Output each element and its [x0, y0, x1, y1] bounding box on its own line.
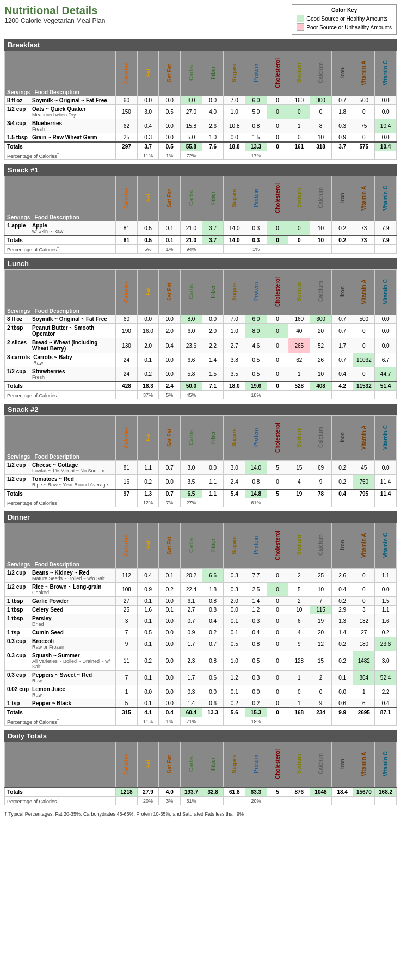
- dt-col-header-vitamina: Vitamin A: [353, 742, 375, 788]
- page-subtitle: 1200 Calorie Vegetarian Meal Plan: [4, 17, 105, 24]
- table-row: 1/2 cupTomatoes ~ RedRipe ~ Raw ~ Year R…: [5, 475, 397, 490]
- col-header-protein: Protein: [245, 176, 267, 221]
- value-cell-fat: 0.1: [137, 597, 159, 606]
- food-cell: 1/2 cupOats ~ Quick QuakerMeasured when …: [5, 105, 116, 119]
- value-cell-cal: 7: [116, 628, 138, 637]
- value-cell-calcium: 8: [310, 119, 332, 133]
- total-cell-fat: 4.1: [137, 708, 159, 717]
- footnote: † Typical Percentages: Fat 20-35%, Carbo…: [4, 809, 397, 817]
- value-cell-vitc: 0.0: [375, 583, 397, 597]
- col-header-calcium: Calcium: [310, 416, 332, 461]
- value-cell-iron: 2.9: [331, 606, 353, 614]
- value-cell-iron: 0.1: [331, 671, 353, 685]
- col-header-sodium: Sodium: [288, 270, 310, 315]
- value-cell-protein: 0.2: [245, 699, 267, 708]
- total-cell-carbs: 55.8: [181, 142, 202, 151]
- value-cell-vita: 180: [353, 637, 375, 651]
- table-row: 1/2 cupCheese ~ CottageLowfat ~ 1% Milkf…: [5, 461, 397, 475]
- pct-protein: 61%: [245, 498, 267, 507]
- value-cell-sodium: 5: [288, 583, 310, 597]
- value-cell-sodium: 4: [288, 628, 310, 637]
- value-cell-satfat: 0.2: [159, 583, 181, 597]
- daily-totals-header: Daily Totals: [4, 730, 397, 742]
- col-header-iron: Iron: [331, 270, 353, 315]
- daily-totals-section: Daily TotalsCaloriesFatSat FatCarbsFiber…: [4, 730, 397, 805]
- color-key-poor: Poor Source or Unhealthy Amounts: [297, 23, 392, 31]
- value-cell-carbs: 15.8: [181, 119, 202, 133]
- total-cell-chol: 0: [267, 236, 288, 245]
- col-label-vitamina: Vitamin A: [360, 270, 367, 313]
- value-cell-chol: 0: [267, 685, 288, 699]
- section-table: Servings Food DescriptionCaloriesFatSat …: [4, 176, 397, 254]
- table-row: 2 slicesBread ~ Wheat (including Wheat B…: [5, 338, 397, 353]
- color-key-poor-label: Poor Source or Unhealthy Amounts: [306, 24, 392, 30]
- value-cell-sodium: 0: [288, 221, 310, 236]
- value-cell-iron: 0.2: [331, 637, 353, 651]
- value-cell-calcium: 115: [310, 606, 332, 614]
- daily-total-cell-carbs: 193.7: [181, 787, 202, 797]
- col-label-fat: Fat: [145, 270, 152, 313]
- value-cell-fiber: 1.8: [202, 583, 224, 597]
- section-header: Snack #2: [4, 404, 397, 415]
- value-cell-carbs: 8.0: [181, 315, 202, 324]
- col-label-fat: Fat: [145, 51, 152, 95]
- value-cell-satfat: 0.0: [159, 353, 181, 367]
- col-header-carbs: Carbs: [181, 416, 202, 461]
- section-header: Snack #1: [4, 164, 397, 176]
- pct-carbs: 45%: [181, 391, 202, 399]
- value-cell-cal: 24: [116, 367, 138, 382]
- pct-carbs: 71%: [181, 717, 202, 726]
- value-cell-fiber: 3.7: [202, 221, 224, 236]
- value-cell-satfat: 0.4: [159, 338, 181, 353]
- total-cell-cal: 428: [116, 381, 138, 391]
- value-cell-fat: 0.1: [137, 637, 159, 651]
- col-label-protein: Protein: [252, 51, 260, 95]
- col-label-satfat: Sat Fat: [166, 416, 173, 459]
- pct-satfat: 5%: [159, 391, 181, 399]
- col-label-fat: Fat: [145, 416, 152, 459]
- pct-protein: 18%: [245, 391, 267, 399]
- pct-fat: 5%: [137, 245, 159, 254]
- col-label-carbs: Carbs: [188, 416, 195, 459]
- percentage-row: Percentage of Calories†37%5%45%18%: [5, 391, 397, 399]
- value-cell-sodium: 1: [288, 699, 310, 708]
- food-cell: 1/2 cupBeans ~ Kidney ~ RedMature Seeds …: [5, 569, 116, 583]
- value-cell-satfat: 0.0: [159, 597, 181, 606]
- value-cell-fiber: 0.6: [202, 671, 224, 685]
- col-header-fiber: Fiber: [202, 176, 224, 221]
- col-label-vitamina: Vitamin A: [360, 416, 367, 459]
- total-cell-carbs: 60.4: [181, 708, 202, 717]
- value-cell-cal: 1: [116, 685, 138, 699]
- pct-protein: 17%: [245, 151, 267, 160]
- value-cell-sugars: 2.7: [224, 338, 245, 353]
- value-cell-iron: 0.7: [331, 353, 353, 367]
- totals-label: Totals: [5, 236, 116, 245]
- value-cell-calcium: 2: [310, 671, 332, 685]
- pct-satfat: 1%: [159, 245, 181, 254]
- value-cell-calcium: 15: [310, 651, 332, 671]
- value-cell-fiber: 0.6: [202, 699, 224, 708]
- value-cell-calcium: 9: [310, 475, 332, 490]
- value-cell-sodium: 1: [288, 367, 310, 382]
- value-cell-iron: 0.7: [331, 324, 353, 338]
- dt-col-header-protein: Protein: [245, 742, 267, 788]
- value-cell-vitc: 10.4: [375, 119, 397, 133]
- value-cell-iron: 2.6: [331, 569, 353, 583]
- total-cell-calcium: 318: [310, 142, 332, 151]
- value-cell-cal: 81: [116, 221, 138, 236]
- value-cell-fat: 0.0: [137, 685, 159, 699]
- value-cell-sodium: 1: [288, 671, 310, 685]
- value-cell-vita: 0: [353, 583, 375, 597]
- value-cell-vita: 6: [353, 699, 375, 708]
- value-cell-chol: 0: [267, 119, 288, 133]
- value-cell-protein: 14.0: [245, 461, 267, 475]
- value-cell-protein: 5.0: [245, 105, 267, 119]
- percentage-label: Percentage of Calories†: [5, 245, 116, 254]
- food-cell: 1/2 cupCheese ~ CottageLowfat ~ 1% Milkf…: [5, 461, 116, 475]
- value-cell-sugars: 2.0: [224, 597, 245, 606]
- daily-totals-row: Totals121827.94.0193.732.861.863.3587610…: [5, 787, 397, 797]
- value-cell-sodium: 128: [288, 651, 310, 671]
- section-table: Servings Food DescriptionCaloriesFatSat …: [4, 523, 397, 726]
- col-label-carbs: Carbs: [188, 523, 195, 567]
- value-cell-carbs: 1.4: [181, 699, 202, 708]
